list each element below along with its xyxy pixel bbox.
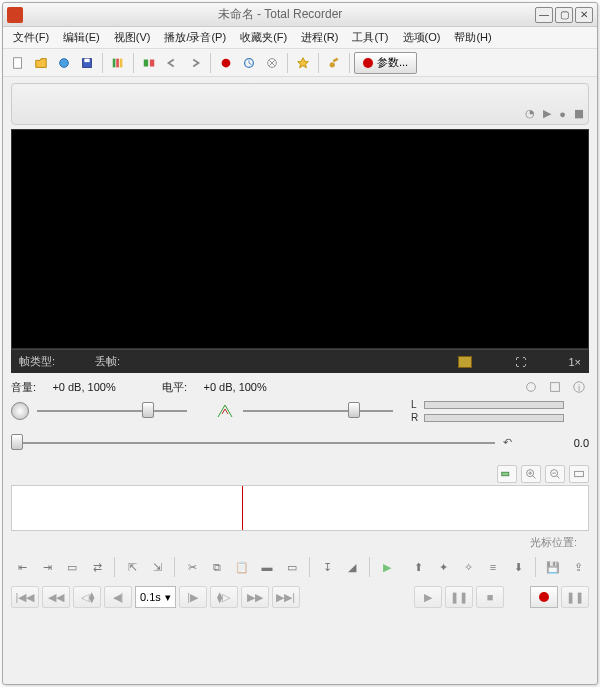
fade-button[interactable]: ◢ bbox=[341, 556, 363, 578]
record-button[interactable] bbox=[530, 586, 558, 608]
minimize-button[interactable]: — bbox=[535, 7, 553, 23]
step-back-button[interactable]: ◀| bbox=[104, 586, 132, 608]
zoom-in-button[interactable] bbox=[521, 465, 541, 483]
zoom-level[interactable]: 1× bbox=[568, 356, 581, 368]
marker-next-button[interactable]: ⬇ bbox=[507, 556, 529, 578]
cut-button[interactable]: ✂ bbox=[181, 556, 203, 578]
svg-point-1 bbox=[60, 58, 69, 67]
svg-rect-0 bbox=[14, 57, 22, 68]
mark-start-button[interactable]: ⇤ bbox=[11, 556, 33, 578]
menu-edit[interactable]: 编辑(E) bbox=[57, 28, 106, 47]
play-button[interactable]: ▶ bbox=[414, 586, 442, 608]
save-button[interactable] bbox=[76, 52, 98, 74]
go-start-button[interactable]: |◀◀ bbox=[11, 586, 39, 608]
meter-options-button[interactable] bbox=[545, 377, 565, 397]
menu-view[interactable]: 视图(V) bbox=[108, 28, 157, 47]
delete-button[interactable]: ▬ bbox=[256, 556, 278, 578]
swap-button[interactable]: ⇄ bbox=[86, 556, 108, 578]
menu-favorites[interactable]: 收藏夹(F) bbox=[234, 28, 293, 47]
rewind-button[interactable]: ◀◀ bbox=[42, 586, 70, 608]
separator bbox=[210, 53, 211, 73]
level-meters: L R bbox=[411, 399, 564, 423]
next-marker-button[interactable]: ⧫▷ bbox=[210, 586, 238, 608]
copy-button[interactable]: ⧉ bbox=[206, 556, 228, 578]
play-icon[interactable]: ▶ bbox=[543, 107, 551, 120]
rec-pause-button[interactable]: ❚❚ bbox=[561, 586, 589, 608]
clock-icon[interactable]: ◔ bbox=[525, 107, 535, 120]
menu-play-record[interactable]: 播放/录音(P) bbox=[158, 28, 232, 47]
fullscreen-icon[interactable]: ⛶ bbox=[512, 354, 528, 370]
pause-icon[interactable]: ▮▮ bbox=[574, 107, 582, 120]
new-button[interactable] bbox=[7, 52, 29, 74]
split-button[interactable] bbox=[138, 52, 160, 74]
zoom-out-button[interactable] bbox=[545, 465, 565, 483]
menu-tools[interactable]: 工具(T) bbox=[346, 28, 394, 47]
step-fwd-button[interactable]: |▶ bbox=[179, 586, 207, 608]
position-slider[interactable] bbox=[11, 431, 495, 455]
export-button[interactable]: ⇪ bbox=[567, 556, 589, 578]
save-selection-button[interactable]: 💾 bbox=[542, 556, 564, 578]
undo-button[interactable] bbox=[161, 52, 183, 74]
redo-button[interactable] bbox=[184, 52, 206, 74]
main-toolbar: 参数... bbox=[3, 49, 597, 77]
menu-file[interactable]: 文件(F) bbox=[7, 28, 55, 47]
meter-l bbox=[424, 401, 564, 409]
record-schedule-button[interactable] bbox=[215, 52, 237, 74]
svg-point-12 bbox=[330, 62, 335, 67]
sel-to-start-button[interactable]: ⇱ bbox=[121, 556, 143, 578]
close-button[interactable]: ✕ bbox=[575, 7, 593, 23]
svg-point-9 bbox=[222, 58, 231, 67]
prev-marker-button[interactable]: ◁⧫ bbox=[73, 586, 101, 608]
marker-add-button[interactable]: ✦ bbox=[432, 556, 454, 578]
go-end-button[interactable]: ▶▶| bbox=[272, 586, 300, 608]
step-size-select[interactable]: 0.1s▾ bbox=[135, 586, 176, 608]
svg-rect-3 bbox=[84, 58, 89, 62]
mark-end-button[interactable]: ⇥ bbox=[36, 556, 58, 578]
mixer-button[interactable] bbox=[107, 52, 129, 74]
favorites-button[interactable] bbox=[292, 52, 314, 74]
svg-rect-21 bbox=[575, 471, 584, 476]
play-selection-button[interactable]: ▶ bbox=[376, 556, 398, 578]
svg-rect-18 bbox=[502, 472, 509, 476]
menu-process[interactable]: 进程(R) bbox=[295, 28, 344, 47]
level-slider[interactable] bbox=[243, 399, 393, 423]
sel-to-end-button[interactable]: ⇲ bbox=[146, 556, 168, 578]
info-button[interactable]: i bbox=[569, 377, 589, 397]
snapshot-icon[interactable] bbox=[458, 356, 472, 368]
marker-del-button[interactable]: ✧ bbox=[457, 556, 479, 578]
transport-bar: |◀◀ ◀◀ ◁⧫ ◀| 0.1s▾ |▶ ⧫▷ ▶▶ ▶▶| ▶ ❚❚ ■ ❚… bbox=[11, 586, 589, 608]
select-all-button[interactable]: ▭ bbox=[61, 556, 83, 578]
params-button[interactable]: 参数... bbox=[354, 52, 417, 74]
recording-info-panel: ◔ ▶ ● ▮▮ bbox=[11, 83, 589, 125]
open-button[interactable] bbox=[30, 52, 52, 74]
crop-button[interactable]: ▭ bbox=[281, 556, 303, 578]
auto-gain-button[interactable] bbox=[521, 377, 541, 397]
menu-options[interactable]: 选项(O) bbox=[397, 28, 447, 47]
forward-button[interactable]: ▶▶ bbox=[241, 586, 269, 608]
marker-list-button[interactable]: ≡ bbox=[482, 556, 504, 578]
normalize-button[interactable]: ↧ bbox=[316, 556, 338, 578]
volume-knob[interactable] bbox=[11, 402, 29, 420]
svg-rect-5 bbox=[116, 58, 119, 67]
maximize-button[interactable]: ▢ bbox=[555, 7, 573, 23]
paste-button[interactable]: 📋 bbox=[231, 556, 253, 578]
separator bbox=[102, 53, 103, 73]
video-preview bbox=[11, 129, 589, 349]
settings-button[interactable] bbox=[323, 52, 345, 74]
stop-button[interactable]: ■ bbox=[476, 586, 504, 608]
record-icon[interactable]: ● bbox=[559, 108, 566, 120]
channel-l-label: L bbox=[411, 399, 421, 410]
separator bbox=[133, 53, 134, 73]
waveform-display[interactable] bbox=[11, 485, 589, 531]
volume-slider[interactable] bbox=[37, 399, 187, 423]
svg-rect-13 bbox=[333, 57, 339, 62]
reset-position-icon[interactable]: ↶ bbox=[503, 436, 521, 450]
zoom-selection-button[interactable] bbox=[497, 465, 517, 483]
marker-prev-button[interactable]: ⬆ bbox=[407, 556, 429, 578]
open-url-button[interactable] bbox=[53, 52, 75, 74]
pause-button[interactable]: ❚❚ bbox=[445, 586, 473, 608]
zoom-fit-button[interactable] bbox=[569, 465, 589, 483]
menu-help[interactable]: 帮助(H) bbox=[448, 28, 497, 47]
timer-button[interactable] bbox=[238, 52, 260, 74]
cancel-button[interactable] bbox=[261, 52, 283, 74]
